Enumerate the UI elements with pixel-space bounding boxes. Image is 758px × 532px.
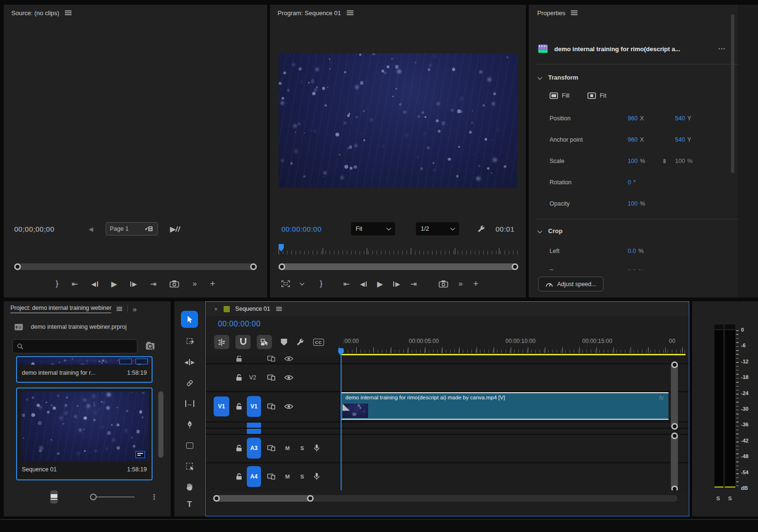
fit-button[interactable]: Fit bbox=[587, 92, 606, 99]
snap-toggle-button[interactable] bbox=[235, 335, 251, 349]
track-v3-partial[interactable] bbox=[206, 356, 689, 362]
ripple-edit-tool[interactable]: ◀▶ bbox=[181, 353, 198, 370]
project-file-name[interactable]: demo internal training webiner.prproj bbox=[31, 324, 126, 330]
source-scroll-handle-left[interactable] bbox=[14, 263, 21, 270]
search-input[interactable] bbox=[27, 343, 133, 350]
zoom-level-select[interactable]: Fit bbox=[351, 222, 395, 235]
clip-more-options-icon[interactable]: ··· bbox=[719, 45, 726, 52]
pen-tool[interactable] bbox=[181, 416, 198, 433]
properties-panel-menu-icon[interactable] bbox=[571, 10, 578, 15]
more-buttons-icon[interactable]: » bbox=[459, 278, 463, 289]
eye-icon[interactable] bbox=[284, 404, 293, 410]
meter-solo-right[interactable]: S bbox=[728, 496, 732, 501]
target-track-icon[interactable] bbox=[267, 404, 275, 410]
crop-collapse-icon[interactable] bbox=[538, 228, 542, 233]
vscroll-handle-top[interactable] bbox=[671, 433, 678, 439]
track-v1-target-button[interactable]: V1 bbox=[247, 396, 261, 417]
program-timecode[interactable]: 00:00:00:00 bbox=[281, 225, 322, 233]
hscroll-handle-left[interactable] bbox=[213, 495, 220, 502]
lock-icon[interactable] bbox=[236, 473, 242, 480]
rotation-value[interactable]: 0° bbox=[628, 179, 636, 186]
selection-tool[interactable] bbox=[181, 311, 198, 328]
razor-tool[interactable] bbox=[181, 374, 198, 391]
step-back-icon[interactable]: ◀ bbox=[360, 278, 367, 289]
view-options-chevron-icon[interactable] bbox=[300, 281, 305, 286]
track-a4-target-button[interactable]: A4 bbox=[247, 466, 261, 487]
close-tab-icon[interactable]: × bbox=[214, 306, 218, 313]
target-track-icon[interactable] bbox=[267, 356, 275, 361]
track-a2-stub[interactable] bbox=[247, 429, 261, 434]
source-timecode[interactable]: 00;00;00;00 bbox=[14, 225, 54, 233]
timeline-settings-wrench-icon[interactable] bbox=[296, 338, 304, 346]
mark-out-icon[interactable]: } bbox=[320, 278, 323, 289]
opacity-value[interactable]: 100% bbox=[628, 200, 645, 207]
project-item-video[interactable]: demo internal training for r... 1:58:19 bbox=[16, 356, 153, 383]
track-a1-collapsed[interactable] bbox=[206, 422, 689, 427]
export-frame-icon[interactable] bbox=[170, 278, 179, 289]
scale-x-value[interactable]: 100% bbox=[628, 158, 645, 164]
mic-icon[interactable] bbox=[314, 444, 320, 452]
program-mini-ruler[interactable] bbox=[279, 244, 518, 254]
nest-toggle-button[interactable] bbox=[214, 335, 229, 349]
timeline-clip-v1[interactable]: demo internal training for rimo(descript… bbox=[342, 392, 668, 420]
properties-scrollbar[interactable] bbox=[731, 14, 734, 173]
go-to-out-icon[interactable]: ⇥ bbox=[410, 278, 416, 289]
program-scroll-handle-right[interactable] bbox=[512, 263, 518, 270]
previous-page-icon[interactable]: ◀ bbox=[89, 225, 93, 233]
eye-icon[interactable] bbox=[284, 356, 293, 361]
timeline-h-scrollbar[interactable] bbox=[213, 495, 677, 502]
project-item-sequence[interactable]: Sequence 01 1:58:19 bbox=[16, 388, 153, 480]
mute-button[interactable]: M bbox=[285, 445, 290, 451]
track-v2-label[interactable]: V2 bbox=[249, 374, 256, 381]
linked-selection-button[interactable] bbox=[257, 335, 272, 349]
target-track-icon[interactable] bbox=[267, 374, 275, 380]
play-button-icon[interactable]: ▶ bbox=[111, 278, 117, 289]
hand-tool[interactable] bbox=[181, 478, 198, 496]
track-a2-collapsed[interactable] bbox=[206, 428, 689, 433]
lock-icon[interactable] bbox=[236, 356, 242, 362]
lock-icon[interactable] bbox=[236, 445, 242, 452]
hscroll-handle-right[interactable] bbox=[307, 495, 314, 502]
step-forward-icon[interactable]: ▶ bbox=[130, 278, 137, 289]
track-select-forward-tool[interactable] bbox=[181, 333, 198, 350]
timeline-panel-menu-icon[interactable] bbox=[276, 307, 282, 311]
timeline-ruler[interactable]: :00:00 00:00:05:00 00:00:10:00 00:00:15:… bbox=[339, 335, 686, 356]
position-y-value[interactable]: 540Y bbox=[675, 115, 691, 122]
captions-toggle[interactable]: CC bbox=[313, 339, 324, 346]
project-panel-menu-icon[interactable] bbox=[117, 307, 122, 311]
target-track-icon[interactable] bbox=[267, 474, 275, 480]
project-panel-tab[interactable]: Project: demo internal training webiner bbox=[10, 305, 111, 313]
adjust-speed-button[interactable]: Adjust speed... bbox=[538, 277, 604, 291]
settings-wrench-icon[interactable] bbox=[477, 225, 485, 233]
anchor-y-value[interactable]: 540Y bbox=[675, 136, 691, 143]
playhead-line[interactable] bbox=[341, 356, 342, 490]
play-in-to-out-icon[interactable]: ▶ bbox=[170, 223, 180, 234]
mute-button[interactable]: M bbox=[285, 474, 290, 479]
source-scroll-handle-right[interactable] bbox=[250, 263, 257, 270]
add-button-icon[interactable]: + bbox=[210, 278, 215, 289]
view-options-icon[interactable] bbox=[281, 278, 290, 289]
source-panel-menu-icon[interactable] bbox=[65, 10, 72, 15]
lock-icon[interactable] bbox=[236, 403, 242, 410]
scale-y-value[interactable]: 100% bbox=[675, 158, 693, 164]
crop-left-value[interactable]: 0.0% bbox=[628, 248, 644, 254]
object-selection-tool[interactable] bbox=[181, 458, 198, 475]
eye-icon[interactable] bbox=[284, 374, 293, 380]
go-to-in-icon[interactable]: ⇤ bbox=[72, 278, 78, 289]
panel-overflow-icon[interactable]: » bbox=[133, 305, 136, 313]
more-buttons-icon[interactable]: » bbox=[192, 278, 197, 289]
lock-icon[interactable] bbox=[236, 374, 242, 381]
vscroll-handle-top[interactable] bbox=[671, 361, 678, 368]
project-home-icon[interactable] bbox=[14, 324, 23, 331]
project-footer-menu-icon[interactable]: ⋮ bbox=[151, 493, 158, 501]
search-box[interactable] bbox=[12, 339, 137, 353]
go-to-in-icon[interactable]: ⇤ bbox=[343, 278, 350, 289]
anchor-x-value[interactable]: 960X bbox=[628, 136, 644, 143]
track-a3-header[interactable]: A3 M S bbox=[206, 434, 689, 461]
slip-tool[interactable]: ↔ bbox=[181, 395, 198, 412]
mark-out-icon[interactable]: } bbox=[56, 278, 59, 289]
track-a3-target-button[interactable]: A3 bbox=[247, 438, 261, 459]
go-to-out-icon[interactable]: ⇥ bbox=[150, 278, 156, 289]
position-x-value[interactable]: 960X bbox=[628, 115, 644, 122]
source-patch-v1[interactable]: V1 bbox=[214, 397, 229, 416]
